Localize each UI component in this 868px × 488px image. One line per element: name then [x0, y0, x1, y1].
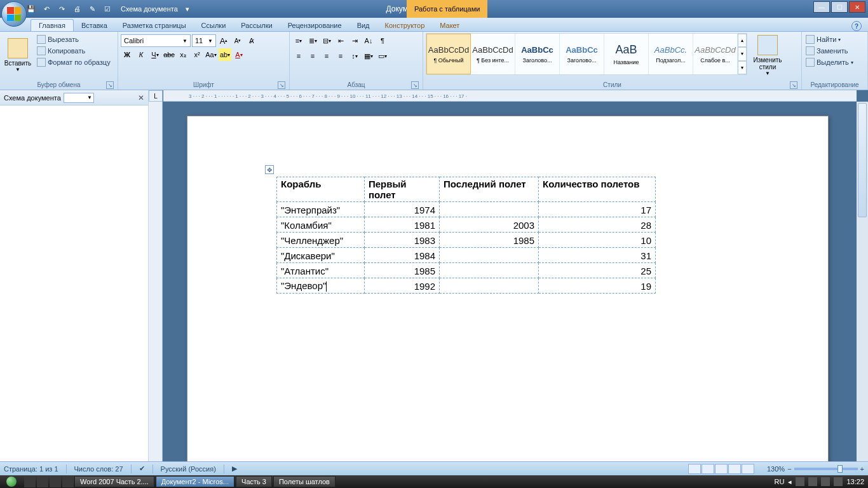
ql-item[interactable]	[62, 476, 74, 487]
clear-formatting-button[interactable]: A̷	[245, 34, 258, 47]
borders-button[interactable]: ▭▾	[376, 50, 389, 62]
bullets-button[interactable]: ≡▾	[292, 34, 305, 47]
zoom-level[interactable]: 130%	[767, 465, 785, 473]
font-size-combo[interactable]: 11▼	[192, 34, 216, 47]
ql-item[interactable]	[37, 476, 48, 487]
style-subtitle[interactable]: AaBbCc.Подзагол...	[649, 34, 693, 74]
tab-table-design[interactable]: Конструктор	[377, 20, 433, 31]
table-cell[interactable]: "Атлантис"	[277, 263, 365, 278]
help-button[interactable]: ?	[851, 21, 862, 31]
underline-button[interactable]: Ч▾	[149, 48, 161, 61]
table-cell[interactable]: "Коламбия"	[277, 217, 365, 233]
paragraph-dialog-launcher[interactable]: ↘	[411, 81, 419, 89]
superscript-button[interactable]: x²	[191, 48, 203, 61]
table-cell[interactable]: "Дискавери"	[277, 248, 365, 263]
style-no-spacing[interactable]: AaBbCcDd¶ Без инте...	[471, 34, 515, 74]
highlight-button[interactable]: ab▾	[219, 48, 231, 61]
align-left-button[interactable]: ≡	[292, 50, 305, 62]
qat-more-icon[interactable]: ▾	[182, 4, 193, 14]
tab-page-layout[interactable]: Разметка страницы	[115, 20, 194, 31]
table-row[interactable]: "Дискавери"198431	[277, 248, 656, 263]
qat-undo-icon[interactable]: ↶	[41, 4, 52, 14]
status-macro-icon[interactable]: ▶	[232, 464, 237, 473]
align-right-button[interactable]: ≡	[320, 50, 333, 62]
tray-icon[interactable]	[808, 477, 817, 486]
zoom-out-button[interactable]: −	[787, 465, 791, 473]
tab-references[interactable]: Ссылки	[194, 20, 234, 31]
table-row[interactable]: "Коламбия"1981200328	[277, 217, 656, 233]
table-cell[interactable]	[440, 263, 539, 278]
document-page[interactable]: ✥ Корабль Первый полет Последний полет К…	[187, 116, 829, 461]
document-map-close[interactable]: ✕	[138, 93, 144, 102]
style-heading2[interactable]: AaBbCcЗаголово...	[560, 34, 604, 74]
qat-doc-outline[interactable]: Схема документа	[121, 5, 178, 13]
table-row[interactable]: "Атлантис"198525	[277, 263, 656, 278]
paste-button[interactable]: Вставить ▼	[3, 33, 33, 78]
table-row[interactable]: "Челленджер"1983198510	[277, 233, 656, 248]
strikethrough-button[interactable]: abc	[163, 48, 175, 61]
scrollbar-thumb[interactable]	[858, 103, 867, 217]
tray-clock[interactable]: 13:22	[846, 478, 864, 485]
tab-table-layout[interactable]: Макет	[432, 20, 467, 31]
change-case-button[interactable]: Aa▾	[205, 48, 217, 61]
status-page[interactable]: Страница: 1 из 1	[4, 465, 58, 473]
status-language[interactable]: Русский (Россия)	[161, 465, 216, 473]
zoom-in-button[interactable]: +	[860, 465, 864, 473]
minimize-button[interactable]: —	[813, 1, 830, 13]
align-center-button[interactable]: ≡	[306, 50, 319, 62]
ql-item[interactable]	[50, 476, 61, 487]
ql-item[interactable]	[24, 476, 36, 487]
table-header-cell[interactable]: Последний полет	[440, 177, 539, 202]
tab-selector[interactable]: L	[149, 90, 163, 102]
taskbar-item[interactable]: Документ2 - Micros...	[156, 476, 234, 487]
decrease-indent-button[interactable]: ⇤	[334, 34, 347, 47]
zoom-slider[interactable]	[794, 468, 858, 470]
tray-icon[interactable]	[821, 477, 830, 486]
font-dialog-launcher[interactable]: ↘	[278, 81, 285, 89]
shrink-font-button[interactable]: A▾	[231, 34, 244, 47]
table-cell[interactable]: 1985	[365, 263, 440, 278]
styles-dialog-launcher[interactable]: ↘	[790, 81, 797, 89]
table-row[interactable]: "Эндевор"199219	[277, 278, 656, 294]
show-marks-button[interactable]: ¶	[376, 34, 389, 47]
table-cell[interactable]	[440, 248, 539, 263]
subscript-button[interactable]: x₂	[177, 48, 189, 61]
table-cell[interactable]: 2003	[440, 217, 539, 233]
style-title[interactable]: АаВНазвание	[604, 34, 649, 74]
italic-button[interactable]: К	[135, 48, 147, 61]
qat-quickprint-icon[interactable]: 🖨	[71, 4, 83, 14]
view-outline[interactable]	[728, 464, 741, 474]
view-print-layout[interactable]	[688, 464, 701, 474]
table-cell[interactable]: 1983	[365, 233, 440, 248]
shading-button[interactable]: ▦▾	[362, 50, 375, 62]
table-cell[interactable]: 28	[539, 217, 656, 233]
qat-new-icon[interactable]: ✎	[86, 4, 98, 14]
font-color-button[interactable]: A▾	[233, 48, 245, 61]
table-cell[interactable]: 1984	[365, 248, 440, 263]
table-cell[interactable]: 19	[539, 278, 656, 294]
increase-indent-button[interactable]: ⇥	[348, 34, 361, 47]
table-move-handle[interactable]: ✥	[265, 165, 274, 174]
table-row[interactable]: "Энтерпрайз"197417	[277, 202, 656, 217]
table-cell[interactable]: 31	[539, 248, 656, 263]
zoom-slider-thumb[interactable]	[837, 465, 843, 473]
styles-scroll[interactable]: ▴▾▾	[738, 34, 747, 74]
sort-button[interactable]: A↓	[362, 34, 375, 47]
tab-home[interactable]: Главная	[31, 19, 74, 31]
table-cell[interactable]: "Челленджер"	[277, 233, 365, 248]
word-table[interactable]: Корабль Первый полет Последний полет Кол…	[276, 177, 656, 294]
table-cell[interactable]: 25	[539, 263, 656, 278]
tab-insert[interactable]: Вставка	[74, 20, 115, 31]
table-cell[interactable]: 17	[539, 202, 656, 217]
table-cell[interactable]	[440, 202, 539, 217]
table-cell[interactable]: 1992	[365, 278, 440, 294]
line-spacing-button[interactable]: ↕▾	[348, 50, 361, 62]
taskbar-item[interactable]: Полеты шатлов	[273, 476, 336, 487]
table-header-cell[interactable]: Первый полет	[365, 177, 440, 202]
cut-button[interactable]: Вырезать	[36, 34, 112, 44]
office-button[interactable]	[1, 1, 27, 27]
font-name-combo[interactable]: Calibri▼	[121, 34, 191, 47]
style-heading1[interactable]: AaBbCcЗаголово...	[515, 34, 560, 74]
tray-expand-icon[interactable]: ◂	[788, 478, 792, 486]
table-cell[interactable]: 1974	[365, 202, 440, 217]
